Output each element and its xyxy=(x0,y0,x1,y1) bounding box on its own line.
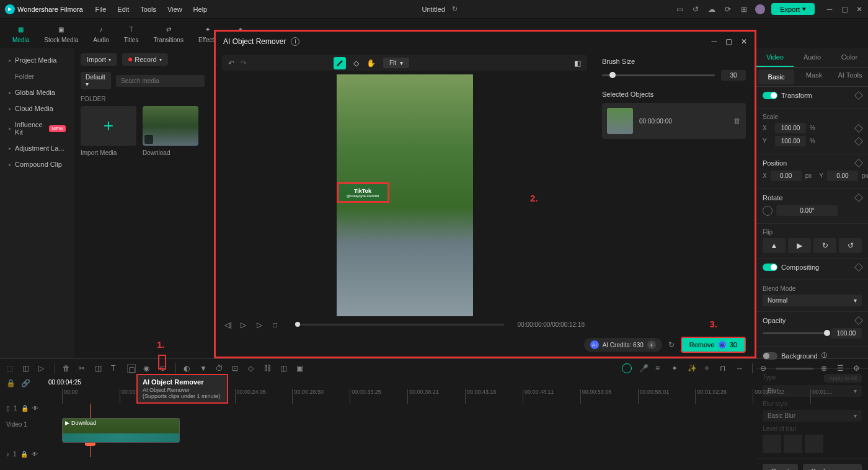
kf-icon[interactable] xyxy=(854,136,863,145)
tab-video[interactable]: Video xyxy=(756,48,794,67)
tl-ai2-icon[interactable]: ✧ xyxy=(704,364,712,373)
kf-icon[interactable] xyxy=(854,159,863,167)
tl-mask-icon[interactable]: ◉ xyxy=(143,364,152,373)
tl-magnet-icon[interactable]: ⊓ xyxy=(720,364,728,373)
flip-v-button[interactable]: ▶ xyxy=(788,238,811,253)
tl-effect-icon[interactable]: ✦ xyxy=(671,364,680,373)
rotate-dial-icon[interactable] xyxy=(763,206,773,216)
menu-view[interactable]: View xyxy=(167,6,182,13)
import-media-tile[interactable]: + xyxy=(81,106,136,146)
undo-icon[interactable]: ↶ xyxy=(228,59,234,68)
brush-value[interactable]: 30 xyxy=(721,70,746,81)
menu-help[interactable]: Help xyxy=(193,6,208,13)
brush-tool-icon[interactable] xyxy=(334,57,346,69)
tl-zoomin-icon[interactable]: ⊕ xyxy=(821,364,830,373)
minimize-icon[interactable]: ─ xyxy=(826,6,833,13)
remove-button[interactable]: Remove AI 30 xyxy=(681,337,746,353)
subtab-mask[interactable]: Mask xyxy=(796,68,832,86)
brush-slider[interactable] xyxy=(602,74,715,76)
tl-arrow-icon[interactable]: ▷ xyxy=(38,364,47,373)
opacity-slider[interactable] xyxy=(763,332,827,334)
modal-minimize-icon[interactable]: ─ xyxy=(711,37,717,46)
close-icon[interactable]: ✕ xyxy=(856,6,863,13)
tab-audio[interactable]: Audio xyxy=(794,48,831,67)
pos-y-input[interactable] xyxy=(827,171,858,181)
selected-object-item[interactable]: 00:00:00:00 🗑 xyxy=(602,103,746,139)
tl-mix-icon[interactable]: ≡ xyxy=(655,364,664,373)
tl-link-icon[interactable]: ⛓ xyxy=(264,364,273,373)
tl-voice-icon[interactable]: 🎤 xyxy=(639,364,648,373)
add-credits-icon[interactable]: + xyxy=(647,340,656,349)
refresh-credits-icon[interactable]: ↻ xyxy=(668,340,675,349)
info-icon[interactable]: i xyxy=(291,37,299,46)
menu-tools[interactable]: Tools xyxy=(140,6,156,13)
play-icon[interactable]: ▷ xyxy=(241,321,249,329)
apply-all-button[interactable]: Apply to All xyxy=(824,374,862,383)
rotate-cw-button[interactable]: ↻ xyxy=(813,238,836,253)
import-button[interactable]: Import▾ xyxy=(81,53,117,66)
default-sort[interactable]: Default ▾ xyxy=(81,72,111,89)
next-frame-icon[interactable]: ▷ xyxy=(257,321,265,329)
kf-icon[interactable] xyxy=(854,263,863,272)
selection-box[interactable]: TikTok @rosejoyre.murcial xyxy=(337,182,389,203)
blend-select[interactable]: Normal▾ xyxy=(763,295,862,306)
prev-frame-icon[interactable]: ◁| xyxy=(224,321,233,329)
fit-select[interactable]: Fit▾ xyxy=(383,58,409,68)
tl-text-icon[interactable]: T xyxy=(111,364,120,373)
avatar-icon[interactable] xyxy=(755,4,765,14)
sidebar-folder[interactable]: Folder xyxy=(2,68,72,84)
tl-group-icon[interactable]: ◫ xyxy=(280,364,289,373)
flip-h-button[interactable]: ▲ xyxy=(763,238,786,253)
tl-select-icon[interactable]: ⬚ xyxy=(6,364,15,373)
compare-icon[interactable]: ◧ xyxy=(574,59,581,68)
tl-lock2-icon[interactable]: 🔒 xyxy=(6,379,15,388)
grid-icon[interactable]: ⊞ xyxy=(739,4,749,14)
kf-icon[interactable] xyxy=(854,193,863,202)
tool-audio[interactable]: ♪Audio xyxy=(87,22,115,46)
tl-settings-icon[interactable]: ⚙ xyxy=(853,364,862,373)
tool-transitions[interactable]: ⇄Transitions xyxy=(147,22,190,46)
tl-trash-icon[interactable]: 🗑 xyxy=(63,364,71,373)
tl-list-icon[interactable]: ☰ xyxy=(837,364,846,373)
progress-bar[interactable] xyxy=(295,324,504,326)
search-input[interactable] xyxy=(116,75,205,87)
tl-lock-icon[interactable]: ▣ xyxy=(296,364,305,373)
tl-zoomout-icon[interactable]: ⊖ xyxy=(760,364,769,373)
subtab-aitools[interactable]: AI Tools xyxy=(832,68,868,86)
rotate-input[interactable] xyxy=(776,205,838,216)
keyframe-panel-button[interactable]: Keyframe Panel xyxy=(803,464,862,470)
cloud-icon[interactable]: ☁ xyxy=(707,4,717,14)
redo-icon[interactable]: ↷ xyxy=(241,59,247,68)
tl-snap-icon[interactable]: ⊡ xyxy=(232,364,241,373)
tl-keyframe-icon[interactable]: ◇ xyxy=(248,364,257,373)
kf-icon[interactable] xyxy=(854,123,863,132)
tl-ai-remover-icon[interactable]: ▢ xyxy=(127,364,136,373)
video-clip[interactable]: ▶Download xyxy=(62,418,180,443)
tl-crop-icon[interactable]: ◫ xyxy=(95,364,104,373)
scale-y-input[interactable] xyxy=(775,136,806,146)
hand-tool-icon[interactable]: ✋ xyxy=(366,59,376,68)
subtab-basic[interactable]: Basic xyxy=(758,69,794,84)
sidebar-influence-kit[interactable]: ▸Influence KitNEW xyxy=(2,117,72,140)
stop-icon[interactable]: □ xyxy=(273,321,281,329)
keyframe-diamond-icon[interactable] xyxy=(854,91,863,100)
sync-icon[interactable]: ⟳ xyxy=(723,4,733,14)
tl-fit-icon[interactable]: ↔ xyxy=(736,364,745,373)
tool-titles[interactable]: TTitles xyxy=(118,22,145,46)
tool-media[interactable]: ▦Media xyxy=(6,22,35,46)
sidebar-adjustment[interactable]: ▸Adjustment La... xyxy=(2,140,72,156)
scale-x-input[interactable] xyxy=(775,123,806,133)
sidebar-cloud-media[interactable]: ▸Cloud Media xyxy=(2,100,72,117)
sidebar-global-media[interactable]: ▸Global Media xyxy=(2,84,72,100)
tl-color-icon[interactable]: ◐ xyxy=(184,364,192,373)
transform-toggle[interactable] xyxy=(763,92,777,99)
reset-button[interactable]: Reset xyxy=(763,464,798,470)
tl-marker-icon[interactable]: ▼ xyxy=(200,364,208,373)
tl-expand-icon[interactable]: ◫ xyxy=(22,364,31,373)
history-icon[interactable]: ↺ xyxy=(691,4,701,14)
export-button[interactable]: Export▾ xyxy=(771,3,815,15)
tl-ai-icon[interactable]: ✨ xyxy=(688,364,696,373)
tl-timer-icon[interactable]: ⏱ xyxy=(216,364,224,373)
ai-credits-pill[interactable]: AI AI Credits: 630 + xyxy=(584,338,662,352)
tab-color[interactable]: Color xyxy=(831,48,868,67)
